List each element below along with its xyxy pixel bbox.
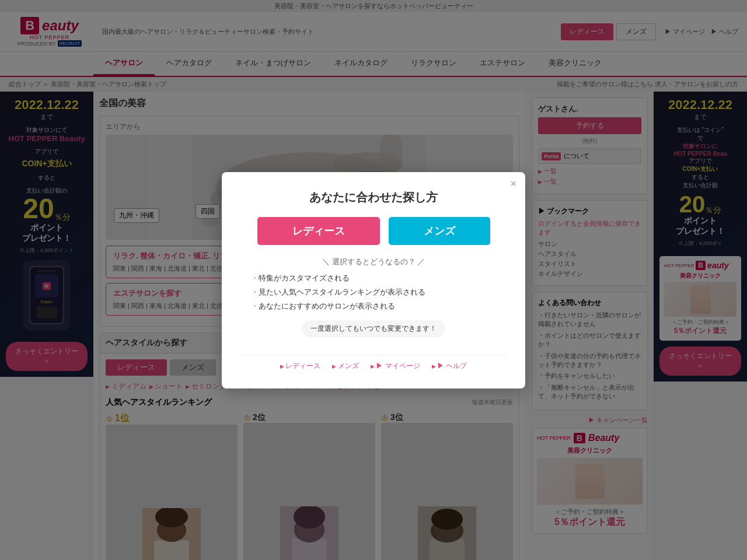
modal-benefits: 特集がカスタマイズされる 見たい人気ヘアスタイルランキングが表示される あなたに…: [239, 273, 508, 312]
modal-question: 選択するとどうなるの？: [239, 257, 508, 267]
modal-benefit-3: あなたにおすすめのサロンが表示される: [251, 301, 496, 312]
modal-title: あなたに合わせた探し方: [239, 190, 508, 205]
modal-note-wrap: 一度選択してもいつでも変更できます！: [239, 320, 508, 346]
modal-benefit-1: 特集がカスタマイズされる: [251, 273, 496, 284]
modal-benefit-2: 見たい人気ヘアスタイルランキングが表示される: [251, 287, 496, 298]
modal-footer-mypage[interactable]: ▶ マイページ: [371, 361, 420, 371]
modal-note: 一度選択してもいつでも変更できます！: [302, 320, 445, 337]
modal-footer-help[interactable]: ▶ ヘルプ: [432, 361, 467, 371]
modal-footer-ladies[interactable]: レディース: [280, 361, 321, 371]
gender-selection-modal: × あなたに合わせた探し方 レディース メンズ 選択するとどうなるの？ 特集がカ…: [222, 172, 525, 388]
modal-mens-button[interactable]: メンズ: [389, 217, 490, 245]
modal-footer-mens[interactable]: メンズ: [332, 361, 359, 371]
modal-footer: レディース メンズ ▶ マイページ ▶ ヘルプ: [239, 355, 508, 371]
modal-ladies-button[interactable]: レディース: [257, 217, 380, 245]
modal-overlay[interactable]: × あなたに合わせた探し方 レディース メンズ 選択するとどうなるの？ 特集がカ…: [0, 0, 747, 560]
modal-gender-buttons: レディース メンズ: [239, 217, 508, 245]
modal-close-button[interactable]: ×: [510, 178, 516, 190]
